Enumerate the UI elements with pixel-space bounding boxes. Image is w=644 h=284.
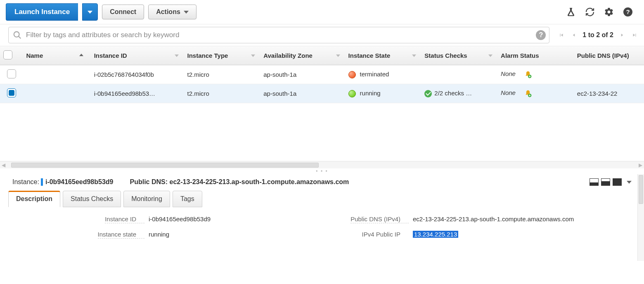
page-prev-button[interactable] — [570, 31, 578, 39]
chevron-down-icon — [488, 54, 492, 57]
page-next-button[interactable] — [618, 31, 626, 39]
details-kv-grid: Instance ID i-0b94165eed98b53d9 Public D… — [12, 215, 632, 239]
cell-alarm-status: None — [497, 65, 574, 84]
chevron-down-icon — [336, 54, 340, 57]
status-dot-icon — [348, 71, 356, 78]
vertical-scroll-thumb[interactable] — [639, 175, 643, 204]
table-row[interactable]: i-0b94165eed98b53… t2.micro ap-south-1a … — [0, 84, 644, 103]
pagination: 1 to 2 of 2 — [549, 31, 638, 39]
page-last-button[interactable] — [631, 31, 638, 39]
filter-row: ? 1 to 2 of 2 — [0, 24, 644, 46]
details-instance-label: Instance: — [12, 178, 39, 186]
layout-icons — [590, 178, 632, 186]
kv-key-public-dns: Public DNS (IPv4) — [350, 215, 409, 223]
search-help-icon[interactable]: ? — [536, 30, 546, 40]
cell-public-dns: ec2-13-234-22 — [574, 84, 644, 103]
layout-bottom-icon[interactable] — [590, 178, 599, 186]
col-status-checks[interactable]: Status Checks — [421, 46, 497, 65]
col-instance-state[interactable]: Instance State — [345, 46, 421, 65]
search-icon — [13, 31, 22, 40]
instances-table-scroll: Name Instance ID Instance Type Availabil… — [0, 46, 644, 103]
table-row[interactable]: i-02b5c768764034f0b t2.micro ap-south-1a… — [0, 65, 644, 84]
vertical-scrollbar[interactable] — [637, 174, 644, 261]
layout-full-icon[interactable] — [613, 178, 622, 186]
svg-point-2 — [14, 32, 19, 37]
table-header-row: Name Instance ID Instance Type Availabil… — [0, 46, 644, 65]
add-alarm-icon[interactable] — [524, 71, 532, 79]
status-dot-icon — [348, 90, 356, 97]
chevron-down-icon — [184, 11, 189, 14]
col-public-dns[interactable]: Public DNS (IPv4) — [574, 46, 644, 65]
cell-instance-state: running — [345, 84, 421, 103]
kv-key-instance-id: Instance ID — [105, 215, 144, 223]
cell-status-checks — [421, 65, 497, 84]
launch-instance-group: Launch Instance — [6, 3, 98, 21]
cell-instance-type: t2.micro — [184, 65, 260, 84]
cell-availability-zone: ap-south-1a — [260, 84, 345, 103]
kv-val-ipv4: 13.234.225.213 — [413, 231, 578, 239]
launch-instance-button[interactable]: Launch Instance — [6, 3, 78, 21]
cell-alarm-status: None — [497, 84, 574, 103]
scroll-thumb[interactable] — [11, 163, 319, 168]
chevron-down-icon — [175, 54, 179, 57]
connect-button[interactable]: Connect — [102, 5, 144, 19]
refresh-icon[interactable] — [585, 7, 595, 17]
cell-availability-zone: ap-south-1a — [260, 65, 345, 84]
cell-status-checks: 2/2 checks … — [421, 84, 497, 103]
actions-label: Actions — [156, 8, 180, 16]
search-input[interactable] — [22, 31, 536, 39]
page-first-button[interactable] — [558, 31, 565, 39]
toolbar-icons: ? — [566, 7, 638, 17]
tab-tags[interactable]: Tags — [173, 191, 202, 207]
cursor-marker-icon — [41, 178, 43, 186]
tab-monitoring[interactable]: Monitoring — [123, 191, 170, 207]
cell-instance-id: i-0b94165eed98b53… — [91, 84, 184, 103]
chevron-down-icon[interactable] — [627, 181, 632, 184]
scroll-right-icon[interactable]: ▶ — [639, 162, 642, 168]
add-alarm-icon[interactable] — [524, 90, 532, 98]
details-instance-id: i-0b94165eed98b53d9 — [45, 178, 114, 186]
cell-public-dns — [574, 65, 644, 84]
split-handle[interactable]: • • • — [0, 168, 644, 174]
help-icon[interactable]: ? — [623, 7, 633, 17]
gear-icon[interactable] — [604, 7, 614, 17]
table-empty-space — [0, 103, 644, 161]
svg-line-3 — [19, 36, 21, 39]
tab-status-checks[interactable]: Status Checks — [63, 191, 121, 207]
details-panel: Instance: i-0b94165eed98b53d9 Public DNS… — [0, 174, 644, 261]
cell-name — [23, 84, 90, 103]
kv-val-instance-state: running — [149, 231, 297, 239]
pagination-text: 1 to 2 of 2 — [582, 31, 613, 39]
chevron-down-icon — [88, 11, 92, 14]
kv-key-ipv4: IPv4 Public IP — [362, 231, 409, 239]
col-availability-zone[interactable]: Availability Zone — [260, 46, 345, 65]
search-box[interactable]: ? — [8, 27, 549, 43]
horizontal-scrollbar[interactable]: ◀ ▶ — [0, 161, 644, 168]
cell-name — [23, 65, 90, 84]
kv-key-instance-state: Instance state — [98, 231, 144, 239]
col-alarm-status[interactable]: Alarm Status — [497, 46, 574, 65]
cell-instance-type: t2.micro — [184, 84, 260, 103]
tab-description[interactable]: Description — [8, 191, 60, 207]
kv-val-instance-id: i-0b94165eed98b53d9 — [149, 215, 297, 223]
scroll-left-icon[interactable]: ◀ — [2, 162, 5, 168]
launch-instance-dropdown-button[interactable] — [82, 3, 98, 21]
kv-val-public-dns: ec2-13-234-225-213.ap-south-1.compute.am… — [413, 215, 578, 223]
row-checkbox[interactable] — [7, 88, 16, 97]
layout-split-icon[interactable] — [601, 178, 610, 186]
actions-button[interactable]: Actions — [148, 5, 197, 19]
instances-table: Name Instance ID Instance Type Availabil… — [0, 46, 644, 103]
col-instance-id[interactable]: Instance ID — [91, 46, 184, 65]
select-all-checkbox[interactable] — [3, 50, 12, 59]
toolbar: Launch Instance Connect Actions ? — [0, 0, 644, 24]
cell-instance-state: terminated — [345, 65, 421, 84]
details-body: Instance ID i-0b94165eed98b53d9 Public D… — [0, 207, 644, 261]
svg-text:?: ? — [626, 8, 630, 15]
details-public-dns: Public DNS: ec2-13-234-225-213.ap-south-… — [130, 178, 349, 186]
row-checkbox[interactable] — [7, 69, 16, 78]
col-name[interactable]: Name — [23, 46, 90, 65]
col-instance-type[interactable]: Instance Type — [184, 46, 260, 65]
sort-asc-icon — [79, 54, 83, 56]
experiments-icon[interactable] — [566, 7, 576, 17]
cell-instance-id: i-02b5c768764034f0b — [91, 65, 184, 84]
